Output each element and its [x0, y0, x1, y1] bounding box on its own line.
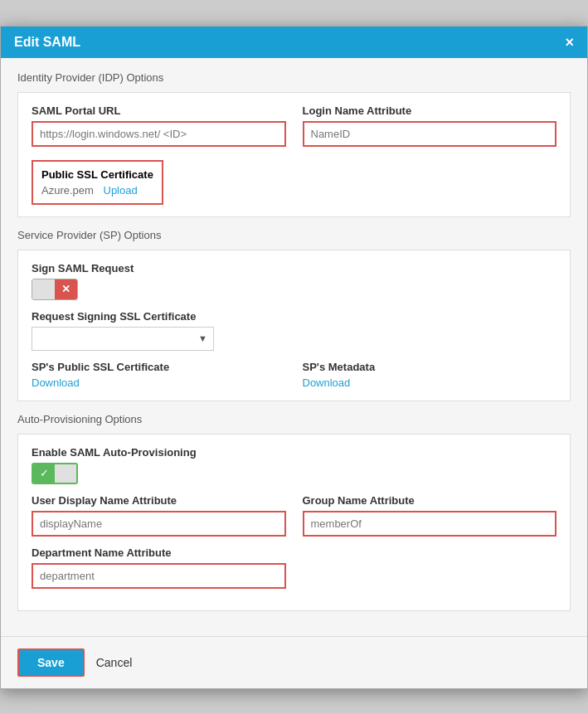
close-button[interactable]: ×: [565, 35, 574, 50]
login-name-attribute-input[interactable]: [303, 121, 557, 147]
idp-top-row: SAML Portal URL Login Name Attribute: [32, 104, 556, 157]
idp-section-title: Identity Provider (IDP) Options: [17, 71, 571, 84]
idp-section-box: SAML Portal URL Login Name Attribute Pub…: [17, 92, 571, 217]
sp-metadata-label: SP's Metadata: [303, 361, 557, 373]
login-name-attribute-label: Login Name Attribute: [303, 104, 557, 117]
saml-portal-url-input[interactable]: [32, 121, 286, 147]
saml-portal-url-group: SAML Portal URL: [32, 104, 286, 147]
enable-auto-provision-label: Enable SAML Auto-Provisioning: [32, 446, 556, 459]
modal-footer: Save Cancel: [1, 636, 587, 688]
department-name-input[interactable]: [32, 563, 286, 589]
user-display-name-group: User Display Name Attribute: [32, 494, 286, 537]
sp-download-row: SP's Public SSL Certificate Download SP'…: [32, 361, 556, 389]
login-name-attribute-group: Login Name Attribute: [303, 104, 557, 147]
modal-body: Identity Provider (IDP) Options SAML Por…: [1, 58, 587, 636]
cert-filename: Azure.pem: [41, 184, 94, 197]
request-signing-ssl-group: Request Signing SSL Certificate ▼: [32, 310, 556, 351]
attribute-row-1: User Display Name Attribute Group Name A…: [32, 494, 556, 546]
sign-saml-toggle-wrapper: ✕: [32, 279, 556, 300]
save-button[interactable]: Save: [17, 648, 85, 677]
sp-public-ssl-label: SP's Public SSL Certificate: [32, 361, 286, 373]
sp-section-title: Service Provider (SP) Options: [17, 229, 571, 241]
sp-public-ssl-download-link[interactable]: Download: [32, 376, 80, 389]
public-ssl-cert-group: Public SSL Certificate Azure.pem Upload: [32, 157, 556, 205]
modal-title: Edit SAML: [14, 35, 80, 50]
enable-auto-provision-group: Enable SAML Auto-Provisioning ✓: [32, 446, 556, 484]
sp-section-box: Sign SAML Request ✕ Request Signing SSL …: [17, 250, 571, 401]
enable-auto-provision-toggle-wrapper: ✓: [32, 463, 556, 484]
toggle-on-left: ✓: [33, 464, 55, 483]
edit-saml-modal: Edit SAML × Identity Provider (IDP) Opti…: [0, 26, 588, 689]
toggle-off-right: ✕: [55, 279, 77, 299]
toggle-off-left: [32, 279, 55, 299]
auto-provision-section-title: Auto-Provisioning Options: [17, 413, 571, 425]
upload-link[interactable]: Upload: [104, 184, 138, 197]
cancel-button[interactable]: Cancel: [96, 656, 133, 669]
group-name-group: Group Name Attribute: [303, 494, 557, 537]
cert-box: Public SSL Certificate Azure.pem Upload: [32, 160, 163, 205]
request-signing-ssl-select[interactable]: [32, 327, 214, 351]
enable-auto-provision-toggle[interactable]: ✓: [32, 463, 78, 484]
toggle-on-right: [55, 464, 76, 483]
modal-header: Edit SAML ×: [1, 27, 587, 58]
sp-metadata-col: SP's Metadata Download: [303, 361, 557, 389]
sp-metadata-download-link[interactable]: Download: [303, 376, 351, 389]
group-name-input[interactable]: [303, 511, 557, 537]
sign-saml-request-group: Sign SAML Request ✕: [32, 262, 556, 300]
sign-saml-request-label: Sign SAML Request: [32, 262, 556, 274]
department-name-label: Department Name Attribute: [32, 546, 286, 559]
sp-public-ssl-col: SP's Public SSL Certificate Download: [32, 361, 286, 389]
sign-saml-toggle[interactable]: ✕: [32, 279, 78, 300]
user-display-name-label: User Display Name Attribute: [32, 494, 286, 507]
auto-provision-section-box: Enable SAML Auto-Provisioning ✓ User Dis…: [17, 434, 571, 611]
cert-label: Public SSL Certificate: [41, 168, 153, 181]
request-signing-ssl-dropdown-wrapper: ▼: [32, 327, 214, 351]
group-name-label: Group Name Attribute: [303, 494, 557, 507]
user-display-name-input[interactable]: [32, 511, 286, 537]
saml-portal-url-label: SAML Portal URL: [32, 104, 286, 117]
department-name-group: Department Name Attribute: [32, 546, 286, 589]
request-signing-ssl-label: Request Signing SSL Certificate: [32, 310, 556, 323]
x-icon: ✕: [61, 283, 70, 295]
check-icon: ✓: [40, 467, 49, 479]
